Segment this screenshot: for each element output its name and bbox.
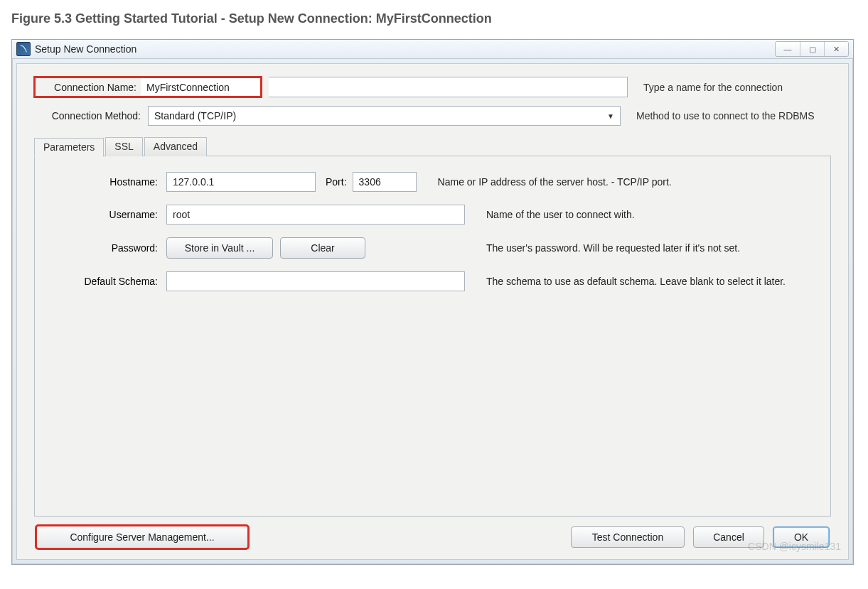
chevron-down-icon: ▼ (607, 112, 614, 120)
cancel-button[interactable]: Cancel (693, 526, 764, 548)
username-label: Username: (48, 209, 158, 220)
connection-method-select[interactable]: Standard (TCP/IP) ▼ (148, 106, 621, 126)
username-help: Name of the user to connect with. (486, 209, 635, 220)
password-help: The user's password. Will be requested l… (486, 242, 740, 254)
default-schema-label: Default Schema: (48, 276, 158, 287)
default-schema-help: The schema to use as default schema. Lea… (486, 276, 786, 287)
test-connection-button[interactable]: Test Connection (571, 526, 685, 548)
port-input[interactable] (353, 172, 417, 192)
connection-name-help: Type a name for the connection (643, 82, 783, 93)
app-icon (16, 42, 31, 56)
window-controls: — ▢ ✕ (775, 41, 849, 57)
connection-name-input-extension[interactable] (269, 77, 628, 97)
default-schema-input[interactable] (166, 271, 465, 291)
connection-name-input[interactable] (141, 77, 262, 97)
store-vault-button[interactable]: Store in Vault ... (166, 237, 273, 259)
connection-method-help: Method to use to connect to the RDBMS (636, 110, 815, 121)
minimize-button[interactable]: — (776, 42, 800, 56)
dialog-window: Setup New Connection — ▢ ✕ Connection Na… (11, 39, 854, 565)
port-label: Port: (326, 176, 347, 188)
hostname-help: Name or IP address of the server host. -… (438, 176, 672, 188)
connection-method-value: Standard (TCP/IP) (154, 110, 236, 121)
dialog-footer: Configure Server Management... Test Conn… (34, 525, 831, 549)
tab-strip: Parameters SSL Advanced (34, 137, 208, 156)
close-button[interactable]: ✕ (824, 42, 848, 56)
clear-password-button[interactable]: Clear (280, 237, 365, 259)
titlebar: Setup New Connection — ▢ ✕ (12, 40, 853, 59)
connection-name-highlight: Connection Name: (34, 77, 262, 97)
maximize-button[interactable]: ▢ (800, 42, 824, 56)
hostname-input[interactable] (166, 172, 316, 192)
window-title: Setup New Connection (35, 43, 136, 55)
ok-button[interactable]: OK (773, 526, 830, 548)
password-label: Password: (48, 242, 158, 254)
dialog-body: Connection Name: Type a name for the con… (16, 63, 849, 560)
configure-server-button[interactable]: Configure Server Management... (36, 525, 249, 549)
username-input[interactable] (166, 205, 465, 225)
figure-title: Figure 5.3 Getting Started Tutorial - Se… (11, 11, 857, 26)
tab-advanced[interactable]: Advanced (144, 137, 207, 156)
tab-ssl[interactable]: SSL (105, 137, 142, 156)
connection-method-label: Connection Method: (34, 110, 141, 121)
tab-panel: Parameters SSL Advanced Hostname: Port: … (34, 156, 831, 517)
connection-name-label: Connection Name: (34, 79, 141, 96)
hostname-label: Hostname: (48, 176, 158, 188)
tab-parameters[interactable]: Parameters (34, 138, 104, 157)
